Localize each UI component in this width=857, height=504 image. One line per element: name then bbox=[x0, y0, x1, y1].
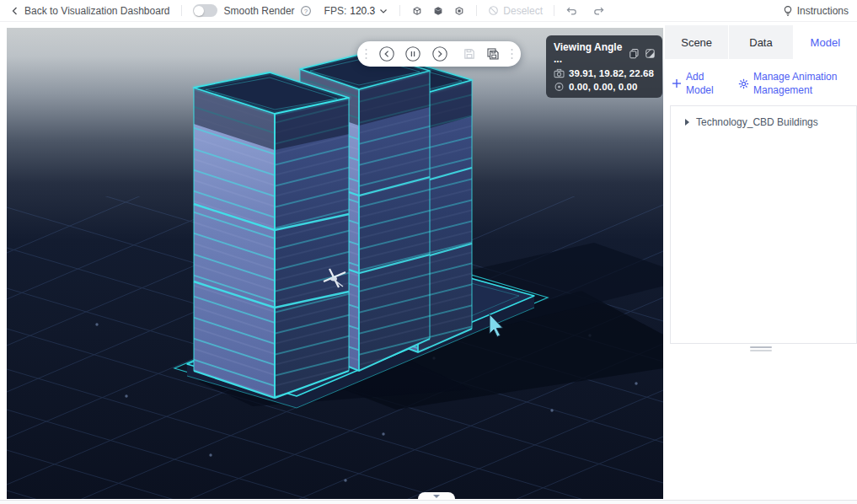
panel-resize-handle[interactable] bbox=[750, 346, 772, 351]
copy-icon[interactable] bbox=[629, 48, 640, 59]
camera-icon bbox=[554, 68, 565, 78]
help-circle-icon[interactable]: ? bbox=[300, 5, 312, 17]
prev-circle-icon[interactable] bbox=[378, 46, 395, 62]
add-model-label: Add Model bbox=[686, 70, 720, 97]
gear-icon bbox=[738, 78, 749, 89]
tab-model[interactable]: Model bbox=[794, 25, 857, 59]
divider bbox=[554, 5, 554, 16]
tree-item-label: Technology_CBD Buildings bbox=[696, 116, 818, 128]
divider bbox=[181, 5, 182, 16]
tab-scene[interactable]: Scene bbox=[665, 25, 729, 59]
viewing-angle-title: Viewing Angle ... bbox=[554, 41, 624, 65]
toggle-knob bbox=[194, 6, 204, 16]
tree-caret-icon[interactable] bbox=[685, 119, 689, 126]
back-label: Back to Visualization Dashboard bbox=[24, 5, 170, 17]
fps-label: FPS: bbox=[324, 5, 347, 17]
viewport-3d[interactable] bbox=[7, 28, 663, 499]
drag-dots-icon[interactable] bbox=[510, 47, 514, 61]
back-chevron-icon bbox=[10, 6, 20, 16]
svg-text:?: ? bbox=[303, 7, 308, 14]
rotation-icon bbox=[554, 82, 565, 92]
bottom-panel-expander[interactable] bbox=[418, 492, 455, 499]
manage-animation-button[interactable]: Manage Animation Management bbox=[738, 70, 848, 97]
smooth-render-label: Smooth Render bbox=[224, 5, 295, 17]
next-circle-icon[interactable] bbox=[431, 46, 448, 62]
undo-icon[interactable] bbox=[565, 5, 578, 17]
cube-wireframe-icon[interactable] bbox=[411, 5, 423, 17]
fps-value: 120.3 bbox=[350, 5, 375, 17]
viewing-angle-panel: Viewing Angle ... 39.91, 19.82, 22.68 0.… bbox=[546, 35, 662, 98]
top-toolbar: Back to Visualization Dashboard Smooth R… bbox=[0, 0, 857, 22]
save-as-icon[interactable] bbox=[486, 47, 501, 62]
right-sidebar: Scene Data Model Add Model Manage Animat… bbox=[665, 25, 857, 504]
tree-item-technology-cbd-buildings[interactable]: Technology_CBD Buildings bbox=[671, 106, 856, 128]
tab-data[interactable]: Data bbox=[729, 25, 793, 59]
smooth-render-toggle[interactable] bbox=[193, 4, 217, 17]
model-tree-panel: Technology_CBD Buildings bbox=[670, 105, 857, 344]
drag-dots-icon[interactable] bbox=[364, 47, 368, 61]
sidebar-tabs: Scene Data Model bbox=[665, 25, 857, 59]
building-left[interactable] bbox=[194, 72, 349, 398]
deselect-icon bbox=[488, 5, 499, 16]
playback-toolbar bbox=[357, 41, 521, 67]
redo-icon[interactable] bbox=[592, 5, 605, 17]
collapse-triangle-icon bbox=[433, 495, 440, 498]
deselect-button[interactable]: Deselect bbox=[488, 5, 543, 17]
cube-solid-icon[interactable] bbox=[432, 5, 444, 17]
bulb-icon bbox=[782, 5, 794, 17]
viewport-3d-canvas[interactable] bbox=[7, 28, 663, 499]
add-model-button[interactable]: Add Model bbox=[672, 70, 720, 97]
camera-rotation-value: 0.00, 0.00, 0.00 bbox=[569, 82, 638, 92]
bottom-edge bbox=[0, 500, 857, 504]
back-button[interactable]: Back to Visualization Dashboard bbox=[10, 5, 170, 17]
deselect-label: Deselect bbox=[503, 5, 543, 17]
pause-circle-icon[interactable] bbox=[404, 46, 421, 62]
plus-icon bbox=[672, 78, 682, 88]
cube-inner-icon[interactable] bbox=[453, 5, 465, 17]
model-actions: Add Model Manage Animation Management bbox=[665, 59, 857, 104]
instructions-label: Instructions bbox=[797, 5, 849, 17]
divider bbox=[399, 5, 400, 16]
duplicate-icon[interactable] bbox=[645, 48, 656, 59]
manage-animation-label: Manage Animation Management bbox=[753, 70, 848, 97]
divider bbox=[476, 5, 477, 16]
save-icon[interactable] bbox=[463, 47, 476, 61]
camera-position-value: 39.91, 19.82, 22.68 bbox=[569, 68, 654, 78]
fps-dropdown[interactable]: FPS: 120.3 bbox=[324, 5, 389, 17]
instructions-button[interactable]: Instructions bbox=[782, 5, 849, 17]
fps-caret-icon bbox=[378, 6, 388, 16]
